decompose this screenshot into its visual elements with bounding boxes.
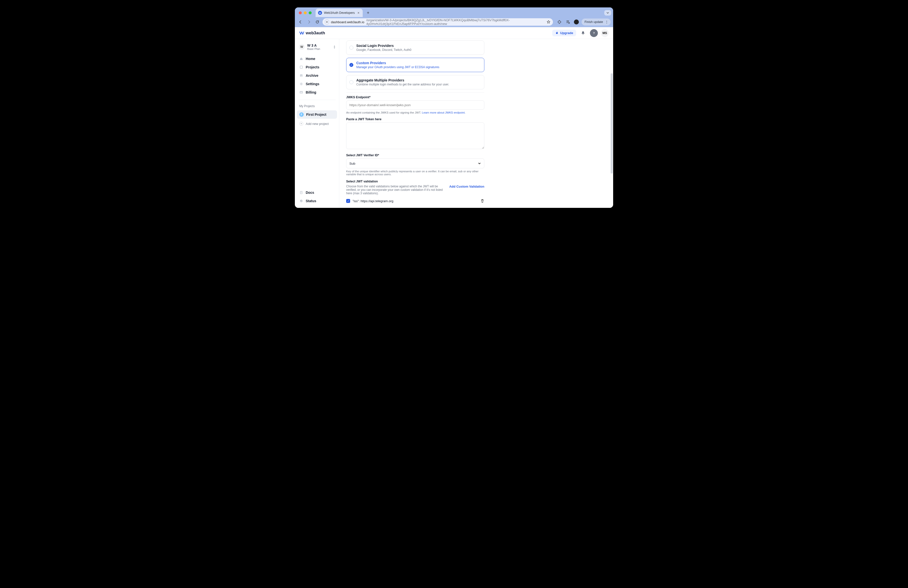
browser-chrome: w Web3Auth Developers × + <box>295 7 613 27</box>
add-project-button[interactable]: + Add new project <box>297 120 337 127</box>
tab-strip: w Web3Auth Developers × + <box>295 7 613 17</box>
puzzle-icon <box>558 20 562 24</box>
browser-tab[interactable]: w Web3Auth Developers × <box>316 9 363 17</box>
project-name: First Project <box>306 113 327 116</box>
validation-item-label: "iss": https://api.telegram.org <box>353 199 393 203</box>
verifier-id-select[interactable]: Sub <box>346 158 485 168</box>
url-path: /organization/W-3-A/projects/BK8QZg1JL_t… <box>366 18 544 26</box>
forward-button[interactable] <box>306 19 312 25</box>
fire-icon <box>555 31 559 35</box>
jwks-endpoint-input[interactable] <box>346 100 485 110</box>
svg-rect-2 <box>300 74 303 75</box>
jwt-token-textarea[interactable] <box>346 122 485 149</box>
sidebar-item-label: Settings <box>306 82 319 86</box>
projects-icon <box>299 65 303 69</box>
jwt-paste-label: Paste a JWT Token here <box>346 118 485 121</box>
minimize-window-icon[interactable] <box>304 11 307 14</box>
docs-icon <box>299 191 303 194</box>
archive-icon <box>299 74 303 77</box>
validation-row: ✓ "iss": https://api.telegram.org <box>346 199 485 203</box>
arrow-left-icon <box>299 20 303 24</box>
media-button[interactable] <box>565 19 571 25</box>
sidebar-item-label: Home <box>306 57 316 61</box>
provider-subtitle: Google, Facebook, Discord, Twitch, Auth0 <box>356 48 481 52</box>
sidebar-item-docs[interactable]: Docs <box>297 188 337 197</box>
scrollbar-thumb[interactable] <box>611 73 613 174</box>
verifier-id-helper: Key of the unique identifier which publi… <box>346 170 485 176</box>
sidebar-project-item[interactable]: F First Project <box>297 110 337 119</box>
radio-icon <box>349 80 353 84</box>
org-name: W 3 A <box>307 43 320 47</box>
playlist-icon <box>566 20 570 24</box>
plus-icon: + <box>299 122 303 126</box>
help-button[interactable]: ? <box>590 29 598 37</box>
org-avatar: W <box>299 44 305 50</box>
reload-button[interactable] <box>314 19 320 25</box>
scrollbar[interactable] <box>611 40 613 207</box>
profile-button[interactable] <box>573 19 580 25</box>
tab-title: Web3Auth Developers <box>324 11 355 14</box>
avatar-initials: MS <box>602 31 607 35</box>
site-info-icon[interactable] <box>325 19 329 24</box>
delete-validation-button[interactable] <box>480 199 485 203</box>
window-controls <box>297 11 314 14</box>
sidebar-item-settings[interactable]: Settings <box>297 80 337 88</box>
svg-rect-3 <box>300 76 302 77</box>
close-window-icon[interactable] <box>299 11 302 14</box>
gear-icon <box>299 82 303 85</box>
home-icon <box>299 57 303 60</box>
sidebar-item-status[interactable]: Status <box>297 197 337 205</box>
arrow-right-icon <box>307 20 311 24</box>
validation-label: Select JWT validation <box>346 180 485 183</box>
status-icon <box>299 199 303 203</box>
url-bar[interactable]: dashboard.web3auth.io/organization/W-3-A… <box>322 18 553 26</box>
kebab-menu-icon[interactable]: ⋮ <box>605 20 609 24</box>
browser-window: w Web3Auth Developers × + <box>295 7 613 208</box>
provider-option-social[interactable]: Social Login Providers Google, Facebook,… <box>346 40 485 55</box>
bell-icon <box>581 31 585 35</box>
divider <box>346 92 485 93</box>
tab-overflow-button[interactable] <box>604 10 611 16</box>
sidebar-item-home[interactable]: Home <box>297 55 337 63</box>
radio-checked-icon: ✓ <box>349 63 353 67</box>
finish-update-button[interactable]: Finish update ⋮ <box>581 19 611 26</box>
jwks-label: JWKS Endpoint* <box>346 95 485 99</box>
tab-close-icon[interactable]: × <box>357 11 360 14</box>
jwks-helper: An endpoint containing the JWKS used for… <box>346 111 485 114</box>
jwks-learn-more-link[interactable]: Learn more about JWKS endpoint. <box>422 111 465 114</box>
provider-title: Custom Providers <box>356 61 481 65</box>
upgrade-button[interactable]: Upgrade <box>552 30 576 36</box>
add-custom-validation-link[interactable]: Add Custom Validation <box>449 185 485 188</box>
reload-icon <box>316 20 319 24</box>
sidebar-item-projects[interactable]: Projects <box>297 63 337 71</box>
user-avatar[interactable]: MS <box>601 29 609 37</box>
add-project-label: Add new project <box>306 122 328 126</box>
provider-title: Aggregate Multiple Providers <box>356 78 481 82</box>
sidebar-item-archive[interactable]: Archive <box>297 72 337 79</box>
project-avatar: F <box>299 112 304 117</box>
maximize-window-icon[interactable] <box>309 11 312 14</box>
checkbox-checked-icon[interactable]: ✓ <box>346 199 350 203</box>
tab-favicon-icon: w <box>318 11 322 15</box>
select-value: Sub <box>349 162 355 165</box>
brand-logo[interactable]: web3auth <box>299 31 325 35</box>
url-host: dashboard.web3auth.io <box>331 20 364 24</box>
provider-subtitle: Combine multiple login methods to get th… <box>356 83 481 86</box>
extensions-button[interactable] <box>556 19 563 25</box>
org-switcher[interactable]: W W 3 A Base Plan ▴▾ <box>297 42 337 52</box>
notifications-button[interactable] <box>579 29 587 37</box>
toolbar-right: Finish update ⋮ <box>555 19 611 26</box>
sidebar-item-billing[interactable]: Billing <box>297 89 337 96</box>
new-tab-button[interactable]: + <box>365 10 372 16</box>
sidebar-item-label: Archive <box>306 74 318 77</box>
back-button[interactable] <box>297 19 304 25</box>
profile-avatar-icon <box>574 19 579 24</box>
content-area[interactable]: Social Login Providers Google, Facebook,… <box>339 39 613 208</box>
verifier-id-label: Select JWT Verifier ID* <box>346 153 485 157</box>
provider-option-aggregate[interactable]: Aggregate Multiple Providers Combine mul… <box>346 75 485 89</box>
header-right: Upgrade ? MS <box>552 29 609 37</box>
question-icon: ? <box>592 31 596 35</box>
finish-update-label: Finish update <box>584 20 603 24</box>
bookmark-icon[interactable] <box>547 20 551 24</box>
provider-option-custom[interactable]: ✓ Custom Providers Manage your OAuth pro… <box>346 58 485 72</box>
